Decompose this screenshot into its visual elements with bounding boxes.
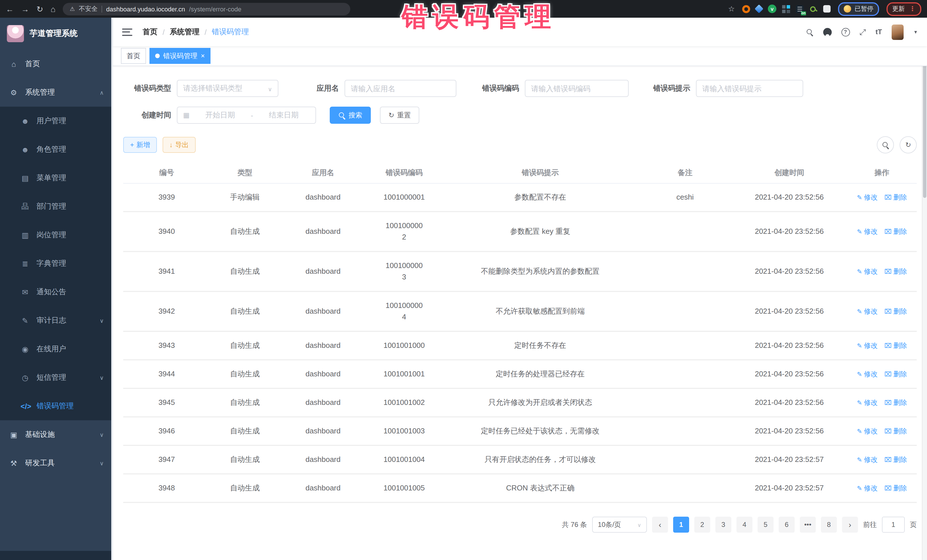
- page-button-4[interactable]: 4: [737, 517, 752, 533]
- on-badge: on: [801, 11, 806, 15]
- sidebar-item-notice[interactable]: ✉通知公告: [0, 278, 113, 306]
- browser-home-icon[interactable]: ⌂: [50, 5, 55, 13]
- sidebar-item-post[interactable]: ▥岗位管理: [0, 221, 113, 249]
- error-type-select[interactable]: 请选择错误码类型: [177, 80, 278, 97]
- delete-link[interactable]: ⌧删除: [884, 483, 907, 494]
- delete-link[interactable]: ⌧删除: [884, 226, 907, 237]
- edit-link[interactable]: ✎修改: [857, 397, 877, 408]
- extension-key-icon[interactable]: [810, 5, 818, 13]
- sidebar-item-role[interactable]: ☻角色管理: [0, 135, 113, 164]
- edit-link[interactable]: ✎修改: [857, 425, 877, 437]
- github-icon[interactable]: [823, 28, 831, 36]
- page-button-6[interactable]: 6: [779, 517, 795, 533]
- edit-link[interactable]: ✎修改: [857, 369, 877, 380]
- search-icon[interactable]: [806, 28, 813, 36]
- page-button-5[interactable]: 5: [758, 517, 774, 533]
- extensions-puzzle-icon[interactable]: [823, 5, 831, 12]
- edit-label: 修改: [864, 454, 878, 465]
- extension-gem-icon[interactable]: [754, 4, 763, 13]
- search-button[interactable]: 搜索: [330, 107, 371, 124]
- breadcrumb-system[interactable]: 系统管理: [170, 27, 199, 37]
- edit-icon: ✎: [857, 226, 862, 237]
- edit-icon: ✎: [857, 266, 862, 277]
- row-remark-cell: [639, 445, 731, 474]
- hamburger-icon[interactable]: [122, 28, 132, 36]
- profile-paused-badge[interactable]: 已暂停: [838, 2, 879, 16]
- extension-list-icon[interactable]: on: [796, 5, 804, 13]
- address-bar[interactable]: ⚠ 不安全 dashboard.yudao.iocoder.cn/system/…: [63, 3, 350, 15]
- delete-link[interactable]: ⌧删除: [884, 340, 907, 351]
- window-scrollbar-thumb[interactable]: [923, 44, 926, 198]
- sidebar-item-dict[interactable]: ≣字典管理: [0, 249, 113, 278]
- delete-link[interactable]: ⌧删除: [884, 454, 907, 465]
- delete-link[interactable]: ⌧删除: [884, 369, 907, 380]
- user-avatar[interactable]: [892, 24, 904, 39]
- add-button[interactable]: + 新增: [123, 137, 157, 153]
- error-code-input[interactable]: [525, 80, 629, 97]
- fullscreen-icon[interactable]: ⤢: [859, 27, 866, 37]
- error-msg-input[interactable]: [696, 80, 803, 97]
- page-button-2[interactable]: 2: [694, 517, 710, 533]
- page-button-8[interactable]: 8: [821, 517, 837, 533]
- toggle-search-button[interactable]: [877, 136, 894, 153]
- menu-icon: ▤: [21, 174, 30, 182]
- next-page-button[interactable]: [842, 517, 858, 533]
- extension-grid-icon[interactable]: [782, 5, 790, 13]
- browser-reload-icon[interactable]: ↻: [36, 5, 43, 13]
- window-scrollbar-track[interactable]: [922, 18, 927, 560]
- bookmark-star-icon[interactable]: ☆: [728, 5, 735, 13]
- browser-forward-icon[interactable]: →: [21, 5, 29, 13]
- edit-link[interactable]: ✎修改: [857, 340, 877, 351]
- page-button-3[interactable]: 3: [715, 517, 731, 533]
- sidebar-item-infra[interactable]: ▣基础设施∨: [0, 420, 113, 449]
- prev-page-button[interactable]: [652, 517, 668, 533]
- browser-menu-icon[interactable]: ⋮: [909, 5, 916, 12]
- delete-link[interactable]: ⌧删除: [884, 397, 907, 408]
- breadcrumb-home[interactable]: 首页: [143, 27, 158, 37]
- goto-page-input[interactable]: [882, 517, 905, 533]
- sidebar-item-sms[interactable]: ◷短信管理∨: [0, 363, 113, 392]
- tab-home[interactable]: 首页: [121, 48, 146, 64]
- sidebar-item-home[interactable]: ⌂首页: [0, 50, 113, 78]
- app-name-input[interactable]: [345, 80, 456, 97]
- error-type-placeholder: 请选择错误码类型: [183, 83, 242, 94]
- sidebar-item-menu[interactable]: ▤菜单管理: [0, 164, 113, 192]
- reset-button[interactable]: ↻ 重置: [380, 107, 419, 124]
- help-icon[interactable]: ?: [841, 28, 850, 36]
- extension-orange-icon[interactable]: [742, 5, 750, 13]
- font-size-icon[interactable]: tT: [876, 28, 882, 36]
- avatar-dropdown-caret-icon[interactable]: ▼: [913, 29, 918, 35]
- tab-close-icon[interactable]: ×: [201, 52, 205, 59]
- delete-link[interactable]: ⌧删除: [884, 191, 907, 203]
- page-button-1[interactable]: 1: [673, 517, 689, 533]
- edit-link[interactable]: ✎修改: [857, 226, 877, 237]
- delete-link[interactable]: ⌧删除: [884, 266, 907, 277]
- app-logo[interactable]: 芋道管理系统: [0, 18, 113, 50]
- edit-link[interactable]: ✎修改: [857, 483, 877, 494]
- browser-update-button[interactable]: 更新 ⋮: [886, 2, 921, 16]
- sidebar-item-dept[interactable]: 品部门管理: [0, 192, 113, 221]
- sidebar-item-user[interactable]: ☻用户管理: [0, 107, 113, 135]
- browser-back-icon[interactable]: ←: [6, 5, 14, 13]
- page-size-select[interactable]: 10条/页: [592, 517, 647, 533]
- row-msg-cell: 只有开启状态的任务，才可以修改: [442, 445, 639, 474]
- pages-ellipsis-button[interactable]: •••: [800, 517, 816, 533]
- tab-error-code[interactable]: 错误码管理 ×: [149, 48, 211, 64]
- delete-link[interactable]: ⌧删除: [884, 425, 907, 437]
- edit-link[interactable]: ✎修改: [857, 266, 877, 277]
- sidebar-item-dev-tools[interactable]: ⚒研发工具∨: [0, 449, 113, 477]
- extension-green-v-icon[interactable]: [768, 5, 777, 13]
- edit-link[interactable]: ✎修改: [857, 306, 877, 317]
- sidebar-item-online-user[interactable]: ◉在线用户: [0, 335, 113, 363]
- tools-icon: ⚒: [9, 459, 18, 467]
- export-button[interactable]: ↓ 导出: [163, 137, 196, 153]
- refresh-table-button[interactable]: ↻: [900, 136, 917, 153]
- sidebar-item-error-code[interactable]: </>错误码管理: [0, 392, 113, 420]
- sidebar-item-audit-log[interactable]: ✎审计日志∨: [0, 306, 113, 335]
- delete-link[interactable]: ⌧删除: [884, 306, 907, 317]
- date-range-picker[interactable]: ▦ 开始日期 - 结束日期: [177, 107, 316, 124]
- edit-link[interactable]: ✎修改: [857, 454, 877, 465]
- edit-link[interactable]: ✎修改: [857, 191, 877, 203]
- sidebar-item-system[interactable]: ⚙系统管理∧: [0, 78, 113, 107]
- row-msg-cell: 参数配置不存在: [442, 183, 639, 212]
